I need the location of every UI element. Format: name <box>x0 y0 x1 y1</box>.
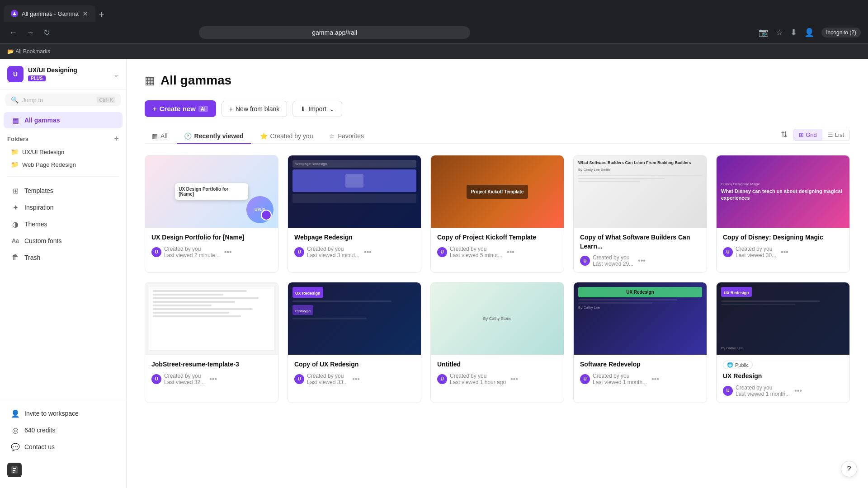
forward-button[interactable]: → <box>24 26 36 39</box>
new-from-blank-button[interactable]: + New from blank <box>222 101 287 117</box>
card-meta: U Created by you Last viewed 29... ••• <box>580 254 700 267</box>
sidebar-item-trash[interactable]: 🗑 Trash <box>4 249 123 266</box>
public-icon: 🌐 <box>727 362 733 368</box>
card-avatar: U <box>294 374 304 384</box>
thumb-inner: UX Redesign By Cathy Lee <box>717 282 849 355</box>
sidebar-item-credits[interactable]: ◎ 640 credits <box>4 422 123 438</box>
browser-chrome: All gammas - Gamma ✕ + ← → ↻ 📷 ☆ ⬇ 👤 Inc… <box>0 0 868 59</box>
thumb-inner: What Software Builders Can Learn From Bu… <box>574 155 707 228</box>
tab-close-button[interactable]: ✕ <box>82 9 88 18</box>
workspace-header[interactable]: U UX/UI Designing PLUS ⌄ <box>0 59 126 90</box>
card-more-button[interactable]: ••• <box>650 374 661 384</box>
card-more-button[interactable]: ••• <box>793 386 804 396</box>
sidebar-item-templates[interactable]: ⊞ Templates <box>4 183 123 199</box>
card-more-button[interactable]: ••• <box>362 247 373 257</box>
sidebar-item-all-gammas[interactable]: ▦ All gammas <box>4 112 123 128</box>
card-2[interactable]: Webpage Redesign Webpage Redesign U <box>288 155 421 273</box>
sidebar-item-custom-fonts[interactable]: Aa Custom fonts <box>4 233 123 249</box>
card-meta-info: Created by you Last viewed 32... <box>164 373 205 385</box>
sidebar-item-inspiration[interactable]: ✦ Inspiration <box>4 199 123 216</box>
sidebar-item-themes[interactable]: ◑ Themes <box>4 216 123 232</box>
tab-created-by-you-label: Created by you <box>270 132 313 140</box>
card-more-button[interactable]: ••• <box>505 247 516 257</box>
card-more-button[interactable]: ••• <box>636 256 647 266</box>
folders-label: Folders <box>7 136 28 142</box>
ai-badge: AI <box>198 106 208 112</box>
card-more-button[interactable]: ••• <box>222 247 234 257</box>
star-icon[interactable]: ☆ <box>776 28 783 38</box>
sidebar-item-invite[interactable]: 👤 Invite to workspace <box>4 405 123 422</box>
grid-view-button[interactable]: ⊞ Grid <box>793 129 822 141</box>
thumb-inner: By Cathy Stone <box>431 282 564 355</box>
card-3[interactable]: Project Kickoff Template Copy of Project… <box>430 155 564 273</box>
card-meta: U Created by you Last viewed 1 month... … <box>580 373 700 385</box>
card-last-viewed: Last viewed 29... <box>593 261 633 267</box>
card-more-button[interactable]: ••• <box>208 374 219 384</box>
card-avatar: U <box>580 374 590 384</box>
cards-grid: UX Design Portfolio for [Name] UI/UX UX … <box>145 155 850 403</box>
card-7[interactable]: UX Redesign Prototype Copy of UX Redesig… <box>288 282 421 403</box>
card-6[interactable]: JobStreet-resume-template-3 U Created by… <box>145 282 278 403</box>
active-tab[interactable]: All gammas - Gamma ✕ <box>4 5 95 22</box>
card-5[interactable]: Disney Designing Magic What Disney can t… <box>716 155 850 273</box>
search-bar[interactable]: 🔍 Jump to Ctrl+K <box>0 90 126 110</box>
tab-created-by-you[interactable]: ⭐ Created by you <box>253 129 321 144</box>
recently-viewed-icon: 🕐 <box>184 132 192 140</box>
card-thumbnail: What Software Builders Can Learn From Bu… <box>574 155 707 228</box>
tab-favorites[interactable]: ☆ Favorites <box>322 129 371 144</box>
page-title: All gammas <box>160 73 231 88</box>
card-thumbnail: Disney Designing Magic What Disney can t… <box>717 155 849 228</box>
card-more-button[interactable]: ••• <box>779 247 790 257</box>
sidebar-item-label: Custom fonts <box>24 237 61 244</box>
folder-item-uxui-redesign[interactable]: 📁 UX/UI Redesign <box>7 145 119 158</box>
camera-icon[interactable]: 📷 <box>759 28 769 38</box>
sidebar-item-label: Templates <box>24 187 53 194</box>
download-icon[interactable]: ⬇ <box>790 28 797 38</box>
tabs-bar: ▦ All 🕐 Recently viewed ⭐ Created by you… <box>145 128 850 144</box>
folder-icon: 📁 <box>11 148 19 155</box>
card-creator: Created by you <box>736 246 776 252</box>
card-title: Copy of UX Redesign <box>294 360 415 369</box>
card-thumbnail: UX Redesign Prototype <box>288 282 421 355</box>
sidebar-item-contact[interactable]: 💬 Contact us <box>4 439 123 455</box>
workspace-chevron-icon[interactable]: ⌄ <box>113 70 119 79</box>
new-tab-button[interactable]: + <box>95 8 108 22</box>
card-more-button[interactable]: ••• <box>350 374 362 384</box>
card-1[interactable]: UX Design Portfolio for [Name] UI/UX UX … <box>145 155 278 273</box>
card-meta-info: Created by you Last viewed 1 month... <box>593 373 647 385</box>
sidebar-logo <box>0 455 126 484</box>
sidebar-item-label: Trash <box>24 254 40 261</box>
list-view-button[interactable]: ☰ List <box>822 129 849 141</box>
card-avatar: U <box>151 247 161 257</box>
back-button[interactable]: ← <box>7 26 19 39</box>
tab-recently-viewed-label: Recently viewed <box>194 132 244 140</box>
tab-all[interactable]: ▦ All <box>145 129 175 144</box>
card-4[interactable]: What Software Builders Can Learn From Bu… <box>573 155 707 273</box>
create-new-button[interactable]: + Create new AI <box>145 100 216 117</box>
reload-button[interactable]: ↻ <box>42 26 52 39</box>
card-9[interactable]: UX Redesign By Cathy Lee Software Redeve… <box>573 282 707 403</box>
card-meta-info: Created by you Last viewed 1 month... <box>736 385 790 397</box>
card-title: Software Redevelop <box>580 360 700 369</box>
address-bar: ← → ↻ 📷 ☆ ⬇ 👤 Incognito (2) <box>0 22 868 43</box>
search-input-wrap[interactable]: 🔍 Jump to Ctrl+K <box>5 94 121 106</box>
profile-icon[interactable]: 👤 <box>804 28 814 38</box>
plus-icon: + <box>229 105 233 113</box>
toolbar: + Create new AI + New from blank ⬇ Impor… <box>145 100 850 117</box>
card-10[interactable]: UX Redesign By Cathy Lee 🌐 Public UX Red… <box>716 282 850 403</box>
folder-item-webpage-redesign[interactable]: 📁 Web Page Redesign <box>7 158 119 171</box>
card-more-button[interactable]: ••• <box>509 374 520 384</box>
card-last-viewed: Last viewed 1 month... <box>736 391 790 397</box>
tab-recently-viewed[interactable]: 🕐 Recently viewed <box>177 129 251 144</box>
search-placeholder: Jump to <box>22 97 93 103</box>
card-avatar: U <box>151 374 161 384</box>
card-body: Webpage Redesign U Created by you Last v… <box>288 228 421 264</box>
add-folder-button[interactable]: + <box>114 134 119 144</box>
card-last-viewed: Last viewed 3 minut... <box>307 252 359 258</box>
sort-button[interactable]: ⇅ <box>779 128 789 141</box>
import-button[interactable]: ⬇ Import ⌄ <box>292 101 342 117</box>
help-button[interactable]: ? <box>841 461 857 477</box>
card-8[interactable]: By Cathy Stone Untitled U Created by you… <box>430 282 564 403</box>
url-input[interactable] <box>199 26 470 39</box>
all-tab-icon: ▦ <box>152 132 158 140</box>
